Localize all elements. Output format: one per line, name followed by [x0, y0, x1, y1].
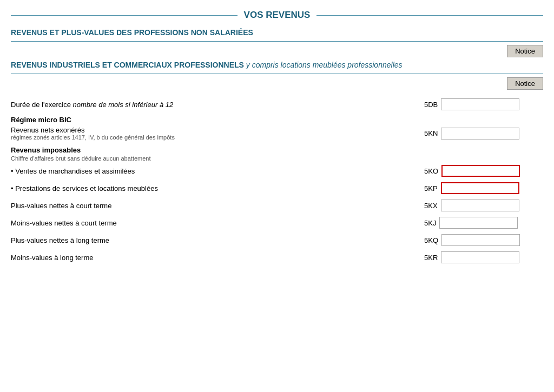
notice-button-2[interactable]: Notice [507, 77, 543, 90]
field-row-5db: Durée de l'exercice nombre de mois si in… [11, 98, 543, 110]
form-section: Durée de l'exercice nombre de mois si in… [11, 98, 543, 263]
section1-heading: REVENUS ET PLUS-VALUES DES PROFESSIONS N… [11, 28, 543, 37]
input-5kn[interactable] [441, 128, 519, 139]
field-code-5db: 5DB [424, 101, 438, 109]
regime-title: Régime micro BIC [11, 116, 543, 124]
field-code-5ko: 5KO [424, 167, 438, 175]
notice-row-2: Notice [11, 77, 543, 90]
field-label-5kr: Moins-values à long terme [11, 254, 424, 262]
section2-subheading: y compris locations meublées professionn… [246, 61, 403, 69]
field-label-5kj: Moins-values nettes à court terme [11, 219, 424, 227]
field-row-5kj: Moins-values nettes à court terme 5KJ [11, 217, 543, 229]
input-5kq[interactable] [441, 234, 520, 246]
field-right-5db: 5DB [424, 98, 543, 110]
field-right-5ko: 5KO [424, 165, 543, 177]
field-code-5kq: 5KQ [424, 236, 438, 244]
field-code-5kx: 5KX [424, 202, 438, 210]
input-5kp[interactable] [441, 182, 519, 194]
section2-heading-text: REVENUS INDUSTRIELS ET COMMERCIAUX PROFE… [11, 61, 244, 69]
notice-row-1: Notice [11, 45, 543, 57]
notice-button-1[interactable]: Notice [507, 45, 543, 57]
field-row-5kx: Plus-values nettes à court terme 5KX [11, 200, 543, 211]
field-code-5kr: 5KR [424, 254, 438, 262]
field-row-5kq: Plus-values nettes à long terme 5KQ [11, 234, 543, 246]
main-title: VOS REVENUS [244, 10, 311, 21]
field-label-5ko: • Ventes de marchandises et assimilées [11, 167, 424, 175]
title-line-left [11, 15, 238, 16]
field-right-5kn: 5KN [424, 128, 543, 139]
field-label-5kq: Plus-values nettes à long terme [11, 236, 424, 244]
field-row-5kp: • Prestations de services et locations m… [11, 182, 543, 194]
field-code-5kp: 5KP [424, 184, 438, 192]
input-5kj[interactable] [439, 217, 518, 229]
field-label-5kn: Revenus nets exonérés régimes zonés arti… [11, 126, 424, 141]
page-wrapper: VOS REVENUS REVENUS ET PLUS-VALUES DES P… [0, 0, 554, 280]
divider-1 [11, 41, 543, 42]
title-line-right [316, 15, 543, 16]
field-row-5kr: Moins-values à long terme 5KR [11, 251, 543, 263]
divider-2 [11, 74, 543, 74]
field-label-5db: Durée de l'exercice nombre de mois si in… [11, 101, 424, 109]
field-row-5kn: Revenus nets exonérés régimes zonés arti… [11, 126, 543, 141]
field-right-5kj: 5KJ [424, 217, 543, 229]
field-row-5ko: • Ventes de marchandises et assimilées 5… [11, 165, 543, 177]
field-right-5kq: 5KQ [424, 234, 543, 246]
main-title-bar: VOS REVENUS [11, 10, 543, 21]
input-5db[interactable] [441, 98, 519, 110]
field-right-5kx: 5KX [424, 200, 543, 211]
input-5ko[interactable] [441, 165, 520, 177]
revenus-imposables-sub: Chiffre d'affaires brut sans déduire auc… [11, 155, 543, 162]
input-5kx[interactable] [441, 200, 519, 211]
field-label-5kp: • Prestations de services et locations m… [11, 184, 424, 192]
input-5kr[interactable] [441, 251, 519, 263]
field-code-5kn: 5KN [424, 129, 438, 137]
field-label-5kx: Plus-values nettes à court terme [11, 202, 424, 210]
field-right-5kr: 5KR [424, 251, 543, 263]
field-code-5kj: 5KJ [424, 219, 436, 227]
field-right-5kp: 5KP [424, 182, 543, 194]
section2-heading: REVENUS INDUSTRIELS ET COMMERCIAUX PROFE… [11, 61, 543, 69]
revenus-imposables-title: Revenus imposables [11, 146, 543, 154]
